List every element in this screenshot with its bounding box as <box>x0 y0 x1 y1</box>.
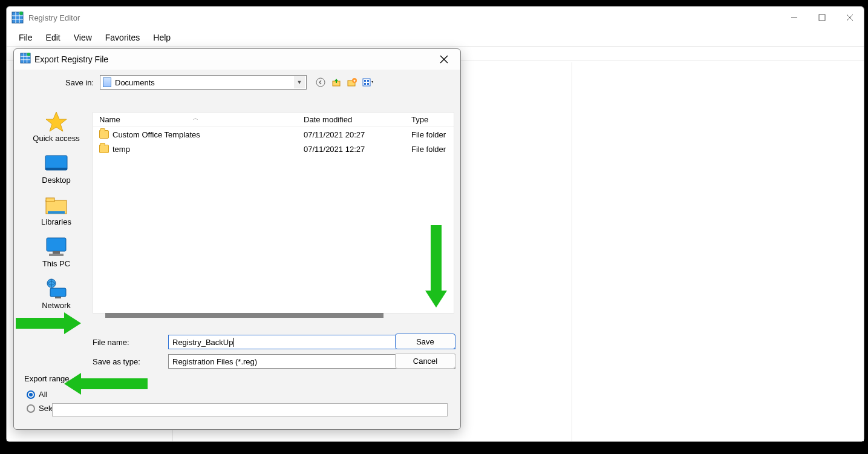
up-one-level-icon[interactable] <box>331 77 342 88</box>
save-in-value: Documents <box>115 78 155 87</box>
menu-bar: File Edit View Favorites Help <box>7 28 864 47</box>
svg-point-5 <box>19 12 23 15</box>
svg-rect-23 <box>363 79 370 86</box>
text-cursor <box>233 338 234 347</box>
svg-rect-35 <box>49 254 64 256</box>
save-as-type-label: Save as type: <box>93 357 162 366</box>
cancel-button[interactable]: Cancel <box>395 353 455 369</box>
place-libraries[interactable]: Libraries <box>41 196 71 226</box>
svg-point-18 <box>316 78 325 87</box>
registry-editor-icon <box>11 12 24 24</box>
sort-caret-icon: ︿ <box>193 114 198 122</box>
menu-view[interactable]: View <box>68 30 98 45</box>
maximize-button[interactable] <box>808 7 836 28</box>
save-button[interactable]: Save <box>395 334 455 349</box>
place-label: Network <box>42 301 71 310</box>
annotation-arrow-down <box>425 225 447 308</box>
star-icon <box>44 112 69 131</box>
registry-editor-icon <box>20 53 31 66</box>
svg-rect-37 <box>50 288 66 297</box>
selected-branch-input[interactable] <box>52 403 448 416</box>
view-menu-icon[interactable] <box>362 77 373 88</box>
network-icon <box>44 279 69 298</box>
svg-rect-33 <box>47 238 66 251</box>
svg-rect-24 <box>364 80 366 82</box>
window-title: Registry Editor <box>28 13 859 22</box>
chevron-down-icon[interactable]: ▼ <box>294 76 305 88</box>
place-this-pc[interactable]: This PC <box>42 237 70 268</box>
svg-rect-25 <box>367 80 369 82</box>
svg-rect-31 <box>46 198 54 202</box>
minimize-button[interactable] <box>780 7 808 28</box>
dialog-title: Export Registry File <box>34 54 434 64</box>
svg-point-15 <box>27 53 30 56</box>
place-network[interactable]: Network <box>42 279 71 310</box>
annotation-arrow-right <box>16 312 81 334</box>
back-icon[interactable] <box>315 77 326 88</box>
extra-pane <box>572 62 864 441</box>
new-folder-icon[interactable]: ✦ <box>347 77 357 88</box>
close-button[interactable] <box>836 7 864 28</box>
horizontal-scrollbar[interactable] <box>105 313 383 318</box>
documents-icon <box>103 77 111 87</box>
file-name-label: File name: <box>93 338 162 347</box>
place-label: Libraries <box>41 217 71 226</box>
svg-text:✦: ✦ <box>353 79 356 83</box>
place-label: Quick access <box>33 134 79 143</box>
svg-rect-38 <box>55 297 61 298</box>
column-type[interactable]: Type <box>405 115 454 124</box>
svg-rect-26 <box>364 83 366 85</box>
save-in-combo[interactable]: Documents ▼ <box>100 75 307 90</box>
save-in-label: Save in: <box>57 78 94 87</box>
svg-rect-7 <box>819 15 825 21</box>
folder-icon <box>99 145 109 153</box>
file-list[interactable]: Name︿ Date modified Type Custom Office T… <box>93 112 454 314</box>
libraries-icon <box>44 196 69 215</box>
place-quick-access[interactable]: Quick access <box>33 112 79 143</box>
place-label: Desktop <box>42 176 71 185</box>
dialog-titlebar: Export Registry File <box>14 49 460 70</box>
place-desktop[interactable]: Desktop <box>42 154 71 185</box>
dialog-close-button[interactable] <box>434 50 454 68</box>
menu-help[interactable]: Help <box>147 30 177 45</box>
column-date[interactable]: Date modified <box>298 115 405 124</box>
list-item[interactable]: Custom Office Templates 07/11/2021 20:27… <box>93 127 454 142</box>
radio-icon <box>27 404 35 413</box>
desktop-icon <box>44 154 69 173</box>
svg-rect-27 <box>367 83 369 85</box>
this-pc-icon <box>44 237 69 257</box>
column-name[interactable]: Name︿ <box>93 115 298 124</box>
radio-icon <box>27 390 35 399</box>
svg-rect-29 <box>45 168 67 170</box>
svg-rect-34 <box>53 251 60 254</box>
menu-file[interactable]: File <box>13 30 39 45</box>
menu-edit[interactable]: Edit <box>40 30 67 45</box>
list-item[interactable]: temp 07/11/2021 12:27 File folder <box>93 142 454 156</box>
folder-icon <box>99 130 109 139</box>
place-label: This PC <box>42 259 70 268</box>
menu-favorites[interactable]: Favorites <box>99 30 146 45</box>
main-titlebar: Registry Editor <box>7 7 864 28</box>
annotation-arrow-left <box>64 373 148 395</box>
file-list-header[interactable]: Name︿ Date modified Type <box>93 113 454 127</box>
svg-rect-32 <box>48 211 65 214</box>
